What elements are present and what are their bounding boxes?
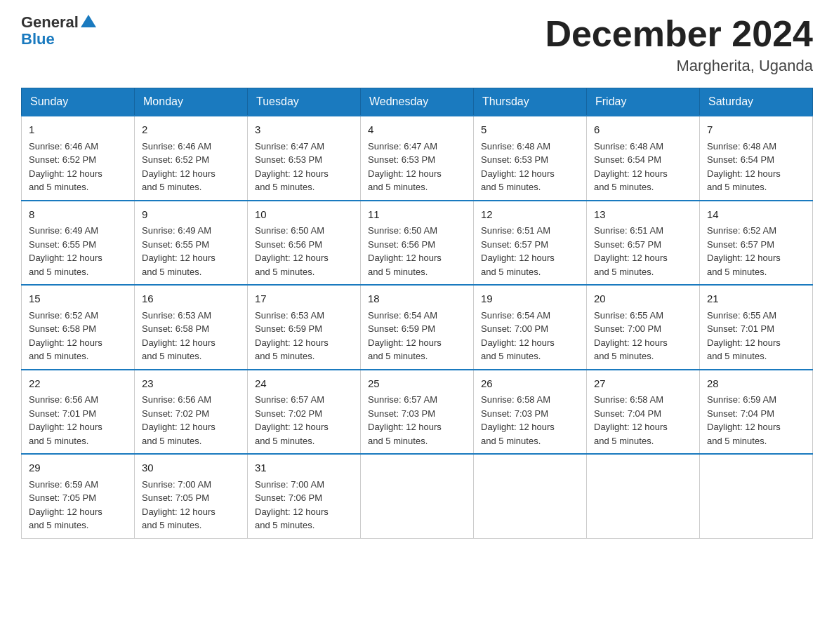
- sunset-label: Sunset: 6:54 PM: [594, 154, 661, 165]
- daylight-label: Daylight: 12 hours: [368, 422, 442, 432]
- header-monday: Monday: [135, 88, 248, 116]
- logo: General Blue: [21, 14, 96, 48]
- daylight-label: Daylight: 12 hours: [142, 253, 216, 263]
- weekday-header-row: Sunday Monday Tuesday Wednesday Thursday…: [22, 88, 813, 116]
- daylight-label: Daylight: 12 hours: [29, 507, 102, 517]
- sunset-label: Sunset: 7:05 PM: [29, 492, 96, 503]
- table-cell: 24 Sunrise: 6:57 AM Sunset: 7:02 PM Dayl…: [248, 370, 361, 455]
- daylight-minutes: and 5 minutes.: [368, 182, 428, 192]
- daylight-minutes: and 5 minutes.: [142, 267, 201, 277]
- sunset-label: Sunset: 6:59 PM: [368, 323, 435, 334]
- day-number: 31: [255, 460, 353, 476]
- sunset-label: Sunset: 7:01 PM: [29, 408, 96, 419]
- table-cell: 5 Sunrise: 6:48 AM Sunset: 6:53 PM Dayli…: [474, 116, 587, 201]
- table-cell: 21 Sunrise: 6:55 AM Sunset: 7:01 PM Dayl…: [700, 285, 813, 370]
- sunrise-label: Sunrise: 6:56 AM: [29, 394, 98, 405]
- day-number: 28: [707, 376, 805, 392]
- table-cell: 28 Sunrise: 6:59 AM Sunset: 7:04 PM Dayl…: [700, 370, 813, 455]
- table-cell: [700, 454, 813, 538]
- daylight-minutes: and 5 minutes.: [594, 436, 654, 446]
- daylight-label: Daylight: 12 hours: [29, 253, 102, 263]
- table-cell: 29 Sunrise: 6:59 AM Sunset: 7:05 PM Dayl…: [22, 454, 135, 538]
- daylight-label: Daylight: 12 hours: [707, 422, 781, 432]
- sunset-label: Sunset: 6:52 PM: [142, 154, 209, 165]
- table-cell: 19 Sunrise: 6:54 AM Sunset: 7:00 PM Dayl…: [474, 285, 587, 370]
- daylight-label: Daylight: 12 hours: [255, 337, 329, 348]
- table-cell: 26 Sunrise: 6:58 AM Sunset: 7:03 PM Dayl…: [474, 370, 587, 455]
- sunset-label: Sunset: 7:00 PM: [481, 323, 548, 334]
- day-number: 5: [481, 122, 579, 138]
- table-cell: 16 Sunrise: 6:53 AM Sunset: 6:58 PM Dayl…: [135, 285, 248, 370]
- sunrise-label: Sunrise: 6:47 AM: [255, 141, 324, 152]
- sunrise-label: Sunrise: 6:57 AM: [368, 394, 437, 405]
- daylight-label: Daylight: 12 hours: [29, 337, 102, 348]
- day-number: 17: [255, 291, 353, 307]
- daylight-label: Daylight: 12 hours: [29, 168, 102, 179]
- location-text: Margherita, Uganda: [545, 57, 813, 75]
- sunrise-label: Sunrise: 6:53 AM: [142, 310, 211, 321]
- table-cell: 20 Sunrise: 6:55 AM Sunset: 7:00 PM Dayl…: [587, 285, 700, 370]
- table-cell: 9 Sunrise: 6:49 AM Sunset: 6:55 PM Dayli…: [135, 201, 248, 286]
- sunset-label: Sunset: 7:03 PM: [481, 408, 548, 419]
- daylight-label: Daylight: 12 hours: [707, 337, 781, 348]
- sunset-label: Sunset: 6:58 PM: [29, 323, 96, 334]
- daylight-minutes: and 5 minutes.: [255, 351, 315, 361]
- svg-marker-0: [81, 15, 96, 27]
- sunrise-label: Sunrise: 6:51 AM: [481, 225, 550, 236]
- daylight-minutes: and 5 minutes.: [368, 351, 428, 361]
- sunrise-label: Sunrise: 6:54 AM: [368, 310, 437, 321]
- daylight-minutes: and 5 minutes.: [481, 267, 541, 277]
- month-title: December 2024: [545, 14, 813, 54]
- day-number: 23: [142, 376, 240, 392]
- sunset-label: Sunset: 6:52 PM: [29, 154, 96, 165]
- daylight-minutes: and 5 minutes.: [481, 182, 541, 192]
- sunrise-label: Sunrise: 7:00 AM: [142, 479, 211, 490]
- table-cell: 14 Sunrise: 6:52 AM Sunset: 6:57 PM Dayl…: [700, 201, 813, 286]
- daylight-minutes: and 5 minutes.: [481, 436, 541, 446]
- sunrise-label: Sunrise: 6:58 AM: [481, 394, 550, 405]
- sunrise-label: Sunrise: 6:54 AM: [481, 310, 550, 321]
- daylight-label: Daylight: 12 hours: [481, 253, 555, 263]
- sunset-label: Sunset: 6:56 PM: [255, 239, 322, 250]
- logo-line2: Blue: [21, 31, 96, 48]
- sunrise-label: Sunrise: 6:47 AM: [368, 141, 437, 152]
- sunset-label: Sunset: 7:00 PM: [594, 323, 661, 334]
- table-cell: 6 Sunrise: 6:48 AM Sunset: 6:54 PM Dayli…: [587, 116, 700, 201]
- sunrise-label: Sunrise: 6:55 AM: [707, 310, 776, 321]
- table-cell: 25 Sunrise: 6:57 AM Sunset: 7:03 PM Dayl…: [361, 370, 474, 455]
- table-cell: 31 Sunrise: 7:00 AM Sunset: 7:06 PM Dayl…: [248, 454, 361, 538]
- table-cell: 4 Sunrise: 6:47 AM Sunset: 6:53 PM Dayli…: [361, 116, 474, 201]
- table-cell: [474, 454, 587, 538]
- sunrise-label: Sunrise: 6:49 AM: [142, 225, 211, 236]
- day-number: 20: [594, 291, 692, 307]
- daylight-minutes: and 5 minutes.: [142, 182, 201, 192]
- daylight-label: Daylight: 12 hours: [594, 168, 668, 179]
- day-number: 8: [29, 207, 127, 223]
- daylight-minutes: and 5 minutes.: [255, 182, 315, 192]
- sunset-label: Sunset: 7:02 PM: [255, 408, 322, 419]
- daylight-label: Daylight: 12 hours: [142, 337, 216, 348]
- week-row-4: 22 Sunrise: 6:56 AM Sunset: 7:01 PM Dayl…: [22, 370, 813, 455]
- sunset-label: Sunset: 7:01 PM: [707, 323, 774, 334]
- sunrise-label: Sunrise: 6:46 AM: [142, 141, 211, 152]
- sunset-label: Sunset: 6:53 PM: [255, 154, 322, 165]
- sunrise-label: Sunrise: 6:50 AM: [368, 225, 437, 236]
- logo-triangle-icon: [81, 15, 96, 29]
- sunset-label: Sunset: 6:54 PM: [707, 154, 774, 165]
- day-number: 26: [481, 376, 579, 392]
- daylight-label: Daylight: 12 hours: [142, 422, 216, 432]
- daylight-label: Daylight: 12 hours: [707, 168, 781, 179]
- daylight-minutes: and 5 minutes.: [142, 351, 201, 361]
- logo-line1: General: [21, 14, 96, 31]
- sunset-label: Sunset: 7:03 PM: [368, 408, 435, 419]
- day-number: 12: [481, 207, 579, 223]
- daylight-minutes: and 5 minutes.: [594, 267, 654, 277]
- table-cell: [361, 454, 474, 538]
- table-cell: 18 Sunrise: 6:54 AM Sunset: 6:59 PM Dayl…: [361, 285, 474, 370]
- page-header: General Blue December 2024 Margherita, U…: [21, 14, 813, 75]
- sunrise-label: Sunrise: 6:48 AM: [481, 141, 550, 152]
- sunrise-label: Sunrise: 6:52 AM: [707, 225, 776, 236]
- week-row-2: 8 Sunrise: 6:49 AM Sunset: 6:55 PM Dayli…: [22, 201, 813, 286]
- sunrise-label: Sunrise: 6:46 AM: [29, 141, 98, 152]
- table-cell: 1 Sunrise: 6:46 AM Sunset: 6:52 PM Dayli…: [22, 116, 135, 201]
